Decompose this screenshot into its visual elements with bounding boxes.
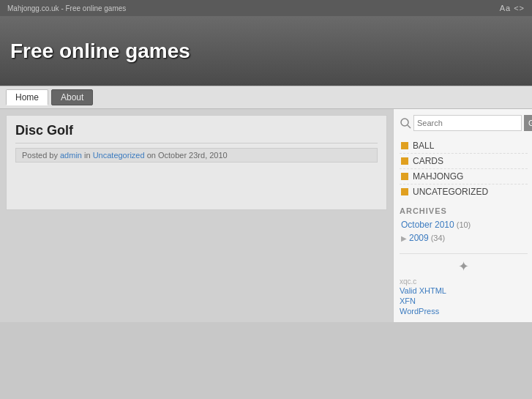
archive-count-2009: (34) [431, 234, 446, 242]
svg-point-0 [401, 119, 408, 126]
archive-item-2009[interactable]: ▶ 2009 (34) [400, 231, 528, 245]
archives-section: ARCHIVES October 2010 (10) ▶ 2009 (34) [400, 206, 528, 245]
archive-arrow-2009: ▶ [401, 234, 407, 242]
left-column: Disc Golf Posted by admin in Uncategoriz… [0, 109, 393, 322]
svg-line-1 [408, 125, 411, 128]
top-bar: Mahjongg.co.uk - Free online games Aa <> [0, 0, 532, 16]
meta-link-wordpress[interactable]: WordPress [400, 306, 528, 316]
post-date: on October 23rd, 2010 [147, 151, 228, 160]
category-icon-uncategorized [401, 188, 408, 195]
category-item-cards[interactable]: CARDS [400, 154, 528, 169]
post-meta-posted: Posted by [22, 151, 58, 160]
search-go-button[interactable]: Go [524, 115, 532, 131]
site-header: Free online games [0, 16, 532, 86]
archive-item-oct2010[interactable]: October 2010 (10) [400, 218, 528, 231]
post-category-link[interactable]: Uncategorized [93, 151, 145, 160]
nav-tab-home[interactable]: Home [6, 89, 48, 105]
meta-label: xqc.c [400, 277, 528, 286]
meta-link-xhtml[interactable]: Valid XHTML [400, 286, 528, 296]
category-item-ball[interactable]: BALL [400, 138, 528, 154]
category-link-mahjongg[interactable]: MAHJONGG [413, 171, 463, 182]
categories-section: BALL CARDS MAHJONGG UNCATEGORIZED [400, 138, 528, 199]
site-title: Free online games [10, 40, 190, 63]
top-bar-title: Mahjongg.co.uk - Free online games [7, 4, 126, 12]
font-size-controls[interactable]: Aa <> [500, 4, 525, 12]
archive-label-oct2010: October 2010 [401, 220, 454, 230]
meta-icon: ✦ [400, 258, 528, 275]
main-content: Disc Golf Posted by admin in Uncategoriz… [6, 115, 387, 210]
post-title: Disc Golf [15, 123, 378, 143]
sidebar: Go BALL CARDS MAHJONGG UNCATEGORIZED A [393, 109, 532, 322]
category-link-uncategorized[interactable]: UNCATEGORIZED [413, 187, 488, 197]
body-row: Disc Golf Posted by admin in Uncategoriz… [0, 109, 532, 322]
category-item-uncategorized[interactable]: UNCATEGORIZED [400, 184, 528, 199]
post-author-link[interactable]: admin [60, 151, 82, 160]
meta-section: ✦ xqc.c Valid XHTML XFN WordPress [400, 253, 528, 316]
category-icon-cards [401, 157, 408, 165]
search-box: Go [400, 115, 528, 131]
meta-link-xfn[interactable]: XFN [400, 296, 528, 306]
archive-count-oct2010: (10) [457, 220, 471, 229]
archives-heading: ARCHIVES [400, 206, 528, 215]
nav-bar: Home About [0, 86, 532, 109]
category-link-cards[interactable]: CARDS [413, 156, 443, 166]
post-meta-in: in [84, 151, 91, 160]
category-item-mahjongg[interactable]: MAHJONGG [400, 169, 528, 184]
search-input[interactable] [413, 115, 522, 131]
category-icon-ball [401, 142, 408, 149]
post-meta: Posted by admin in Uncategorized on Octo… [15, 148, 378, 163]
archive-label-2009: 2009 [409, 233, 429, 243]
search-icon [400, 115, 411, 131]
category-icon-mahjongg [401, 173, 408, 180]
category-link-ball[interactable]: BALL [413, 141, 434, 151]
nav-tab-about[interactable]: About [51, 89, 93, 105]
